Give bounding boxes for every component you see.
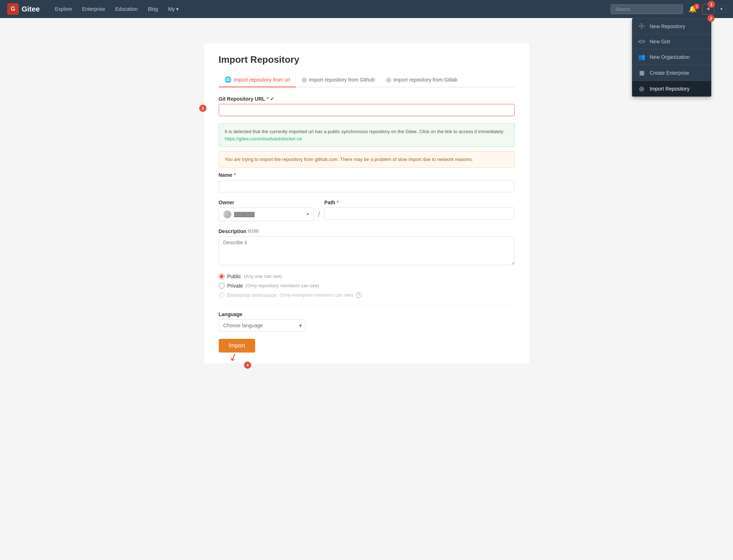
new-org-icon: 👥 [638, 53, 645, 60]
gitee-link[interactable]: https://gitee.com/cloudvast/docker-ce [225, 136, 302, 141]
import-section: Import ↗ 4 [219, 339, 255, 353]
section-divider [219, 305, 515, 306]
git-url-check-icon: ✔ [270, 96, 274, 102]
main-content: 3 Import Repository 🌐 Import repository … [204, 43, 529, 363]
tab-import-github[interactable]: ◎ Import repository from Github [296, 73, 380, 87]
tab-import-gitlab[interactable]: ◎ Import repository from Gitlab [380, 73, 463, 87]
brand-name: Gitee [22, 5, 40, 13]
annotation-3: 3 [199, 105, 206, 112]
create-enterprise-icon: ▦ [638, 69, 645, 76]
dropdown-import-repository[interactable]: ◎ Import Repository [632, 81, 711, 96]
public-radio[interactable] [219, 274, 224, 279]
bell-badge: 1 [694, 4, 699, 9]
import-repo-icon: ◎ [638, 85, 645, 92]
owner-select[interactable]: ▓▓▓▓▓▓ ▾ [219, 207, 314, 221]
tab-gitlab-icon: ◎ [386, 76, 391, 83]
char-count: 0/100 [248, 229, 259, 234]
git-url-group: Git Repository URL * ✔ https://github.co… [219, 96, 515, 116]
brand-logo[interactable]: G Gitee [7, 3, 40, 15]
dropdown-new-organization[interactable]: 👥 New Organization [632, 49, 711, 65]
tab-import-url[interactable]: 🌐 Import repository from url [219, 73, 296, 87]
visibility-public[interactable]: Public (Any one can see) [219, 274, 515, 279]
tab-github-icon: ◎ [302, 76, 307, 83]
name-input[interactable]: docker-ce [219, 180, 515, 192]
visibility-private[interactable]: Private (Only repository members can see… [219, 283, 515, 289]
dropdown-create-enterprise[interactable]: ▦ Create Enterprise [632, 65, 711, 81]
plus-dropdown-menu: 2 ➕ New Repository </> New Gist 👥 New Or… [632, 18, 711, 97]
git-url-required: * [267, 96, 269, 102]
name-label: Name * [219, 172, 515, 178]
owner-caret-icon: ▾ [307, 212, 309, 216]
language-select-wrapper: Choose language ▾ [219, 319, 305, 332]
alert-green-box: It is detected that the currently import… [219, 123, 515, 147]
enterprise-help-icon[interactable]: ? [356, 292, 362, 298]
language-label: Language [219, 311, 515, 317]
enterprise-radio [219, 292, 224, 298]
path-input[interactable]: docker-ce [324, 207, 515, 220]
git-url-label: Git Repository URL * ✔ [219, 96, 515, 102]
nav-education[interactable]: Education [111, 4, 142, 14]
nav-explore[interactable]: Explore [51, 4, 76, 14]
tab-url-icon: 🌐 [224, 76, 232, 83]
owner-label: Owner [219, 200, 314, 205]
search-input[interactable] [611, 4, 683, 14]
tab-bar: 🌐 Import repository from url ◎ Import re… [219, 73, 515, 87]
owner-group: Owner ▓▓▓▓▓▓ ▾ [219, 200, 314, 221]
alert-orange-box: You are trying to import the repository … [219, 151, 515, 168]
path-group: Path * docker-ce [324, 200, 515, 220]
name-required: * [234, 172, 236, 178]
owner-path-row: Owner ▓▓▓▓▓▓ ▾ / Path * docker-ce [219, 200, 515, 228]
gitee-logo-icon: G [7, 3, 19, 15]
description-label: Description 0/100 [219, 228, 515, 234]
owner-name: ▓▓▓▓▓▓ [234, 211, 255, 217]
new-gist-icon: </> [638, 39, 645, 44]
owner-avatar [223, 210, 231, 218]
git-url-input[interactable]: https://github.com/docker/docker-ce.git [219, 104, 515, 116]
path-label: Path * [324, 200, 515, 205]
new-repo-icon: ➕ [638, 23, 645, 30]
description-group: Description 0/100 [219, 228, 515, 266]
dropdown-new-repository[interactable]: ➕ New Repository [632, 18, 711, 34]
private-radio[interactable] [219, 283, 224, 289]
dropdown-new-gist[interactable]: </> New Gist [632, 34, 711, 49]
nav-blog[interactable]: Blog [144, 4, 162, 14]
bell-button[interactable]: 🔔 1 [686, 4, 699, 14]
visibility-group: Public (Any one can see) Private (Only r… [219, 274, 515, 298]
nav-my-dropdown[interactable]: My ▾ [164, 4, 183, 14]
nav-enterprise[interactable]: Enterprise [78, 4, 110, 14]
page-title: Import Repository [219, 54, 515, 65]
import-button[interactable]: Import [219, 339, 255, 353]
description-textarea[interactable] [219, 236, 515, 265]
path-required: * [337, 200, 339, 205]
annotation-4: 4 [244, 362, 251, 369]
annotation-2: 2 [707, 15, 715, 22]
visibility-enterprise[interactable]: Enterprise Innersouce (Only enterprise m… [219, 292, 515, 298]
main-nav: Explore Enterprise Education Blog My ▾ [51, 4, 183, 14]
navbar: G Gitee Explore Enterprise Education Blo… [0, 0, 733, 18]
language-group: Language Choose language ▾ [219, 311, 515, 332]
name-group: Name * docker-ce [219, 172, 515, 192]
language-select[interactable]: Choose language [219, 319, 305, 332]
slash-divider: / [318, 210, 320, 219]
annotation-1: 1 [708, 1, 715, 8]
dropdown-arrow-button[interactable]: ▾ [717, 5, 726, 13]
